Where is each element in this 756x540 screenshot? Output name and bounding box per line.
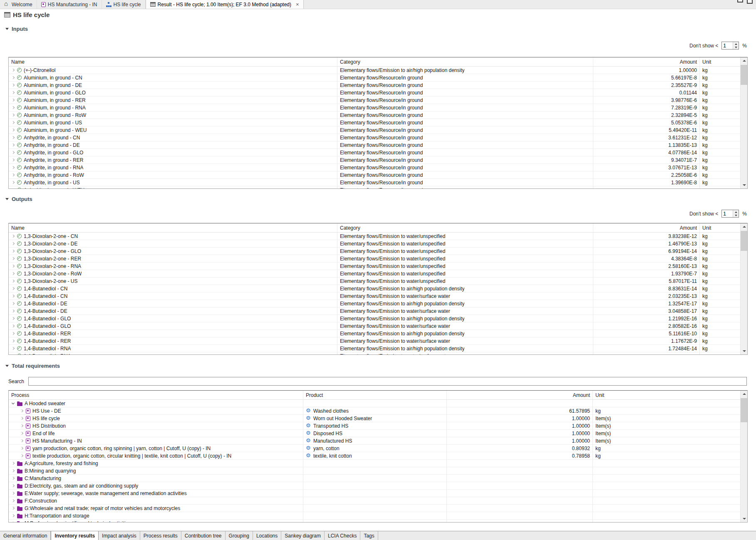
expand-chevron-icon[interactable] — [12, 272, 15, 275]
column-header-name[interactable]: Name — [9, 223, 337, 232]
process-row[interactable]: B:Mining and quarrying — [9, 467, 740, 475]
expand-chevron-icon[interactable] — [12, 166, 15, 169]
inputs-section-header[interactable]: Inputs — [5, 26, 28, 32]
cutoff-input[interactable] — [722, 210, 733, 217]
output-flow-row[interactable]: 1,4-Butanediol - RER Elementary flows/Em… — [9, 337, 740, 345]
expand-chevron-icon[interactable] — [12, 514, 15, 517]
result-page-tab[interactable]: Locations — [253, 531, 281, 540]
scrollbar-thumb[interactable] — [741, 231, 747, 251]
column-header-process[interactable]: Process — [9, 391, 303, 399]
output-flow-row[interactable]: 1,4-Butanediol - GLO Elementary flows/Em… — [9, 315, 740, 322]
scroll-down-icon[interactable] — [741, 347, 747, 354]
close-icon[interactable]: × — [296, 2, 299, 7]
minimize-view-icon[interactable] — [737, 0, 743, 2]
spinner-down-icon[interactable] — [733, 214, 739, 218]
expand-chevron-icon[interactable] — [12, 181, 15, 184]
expand-chevron-icon[interactable] — [12, 129, 15, 131]
output-flow-row[interactable]: 1,3-Dioxolan-2-one - DE Elementary flows… — [9, 240, 740, 248]
process-row[interactable]: HS Use - DE Washed clothes 61.57895 kg — [9, 407, 740, 415]
process-row[interactable]: M:Professional, scientific and technical… — [9, 520, 740, 522]
expand-chevron-icon[interactable] — [12, 159, 15, 161]
output-flow-row[interactable]: 1,3-Dioxolan-2-one - RNA Elementary flow… — [9, 263, 740, 270]
expand-chevron-icon[interactable] — [12, 136, 15, 139]
search-input[interactable] — [28, 377, 747, 386]
process-row[interactable]: F:Construction — [9, 497, 740, 505]
expand-chevron-icon[interactable] — [12, 76, 15, 79]
output-flow-row[interactable]: 1,3-Dioxolan-2-one - RoW Elementary flow… — [9, 270, 740, 277]
expand-chevron-icon[interactable] — [12, 302, 15, 305]
process-row[interactable]: E:Water supply; sewerage, waste manageme… — [9, 490, 740, 497]
scroll-up-icon[interactable] — [741, 223, 747, 230]
expand-chevron-icon[interactable] — [12, 121, 15, 124]
result-page-tab[interactable]: Grouping — [226, 531, 253, 540]
editor-tab[interactable]: HS Manufacturing - IN × — [37, 0, 102, 9]
process-row[interactable]: HS life cycle Worn out Hooded Sweater 1.… — [9, 415, 740, 422]
expand-chevron-icon[interactable] — [12, 347, 15, 350]
expand-chevron-icon[interactable] — [12, 324, 15, 327]
result-page-tab[interactable]: Tags — [360, 531, 378, 540]
expand-chevron-icon[interactable] — [12, 339, 15, 342]
column-header-category[interactable]: Category — [337, 57, 593, 66]
input-flow-row[interactable]: Anhydrite, in ground - US Elementary flo… — [9, 179, 740, 186]
process-row[interactable]: G:Wholesale and retail trade; repair of … — [9, 505, 740, 512]
expand-chevron-icon[interactable] — [12, 522, 15, 522]
editor-tab[interactable]: HS life cycle × — [102, 0, 146, 9]
input-flow-row[interactable]: Anhydrite, in ground - RNA Elementary fl… — [9, 164, 740, 171]
expand-chevron-icon[interactable] — [12, 499, 15, 502]
column-header-amount[interactable]: Amount — [447, 391, 593, 399]
collapse-triangle-icon[interactable] — [5, 28, 9, 30]
output-flow-row[interactable]: 1,4-Butanediol - DE Elementary flows/Emi… — [9, 307, 740, 315]
result-page-tab[interactable]: Process results — [140, 531, 181, 540]
expand-chevron-icon[interactable] — [12, 507, 15, 510]
result-page-tab[interactable]: LCIA Checks — [325, 531, 360, 540]
process-row[interactable]: HS Distribution Transported HS 1.00000 I… — [9, 422, 740, 430]
editor-tab[interactable]: Welcome × — [0, 0, 37, 9]
input-flow-row[interactable]: Aluminium, in ground - RER Elementary fl… — [9, 97, 740, 104]
result-page-tab[interactable]: Impact analysis — [99, 531, 140, 540]
output-flow-row[interactable]: 1,4-Butanediol - CN Elementary flows/Emi… — [9, 285, 740, 292]
input-flow-row[interactable]: Anhydrite, in ground - DE Elementary flo… — [9, 141, 740, 149]
output-flow-row[interactable]: 1,4-Butanediol - DE Elementary flows/Emi… — [9, 300, 740, 307]
expand-chevron-icon[interactable] — [12, 151, 15, 154]
expand-chevron-icon[interactable] — [12, 317, 15, 320]
scroll-up-icon[interactable] — [741, 57, 747, 64]
input-flow-row[interactable]: Aluminium, in ground - GLO Elementary fl… — [9, 89, 740, 97]
expand-chevron-icon[interactable] — [12, 106, 15, 109]
collapse-triangle-icon[interactable] — [5, 198, 9, 200]
expand-chevron-icon[interactable] — [12, 144, 15, 146]
expand-chevron-icon[interactable] — [20, 432, 23, 435]
vertical-scrollbar[interactable] — [740, 391, 747, 522]
result-page-tab[interactable]: Inventory results — [51, 531, 99, 540]
column-header-amount[interactable]: Amount — [593, 223, 700, 232]
result-page-tab[interactable]: Sankey diagram — [281, 531, 325, 540]
scrollbar-thumb[interactable] — [741, 398, 747, 422]
expand-chevron-icon[interactable] — [12, 69, 15, 72]
cutoff-input[interactable] — [722, 42, 733, 49]
vertical-scrollbar[interactable] — [740, 223, 747, 354]
result-page-tab[interactable]: General information — [0, 531, 51, 540]
output-flow-row[interactable]: 1,3-Dioxolan-2-one - GLO Elementary flow… — [9, 248, 740, 255]
expand-chevron-icon[interactable] — [20, 417, 23, 420]
scrollbar-thumb[interactable] — [741, 65, 747, 85]
process-row[interactable]: A:Agriculture, forestry and fishing — [9, 460, 740, 467]
expand-chevron-icon[interactable] — [12, 280, 15, 282]
process-row[interactable]: HS Manufacturing - IN Manufactured HS 1.… — [9, 437, 740, 445]
collapse-triangle-icon[interactable] — [5, 365, 9, 367]
scroll-down-icon[interactable] — [741, 515, 747, 522]
expand-chevron-icon[interactable] — [12, 99, 15, 102]
output-flow-row[interactable]: 1,3-Dioxolan-2-one - RER Elementary flow… — [9, 255, 740, 263]
expand-chevron-icon[interactable] — [12, 257, 15, 260]
expand-chevron-icon[interactable] — [12, 484, 15, 487]
expand-chevron-icon[interactable] — [12, 84, 15, 87]
spinner-up-icon[interactable] — [733, 210, 739, 214]
expand-chevron-icon[interactable] — [20, 454, 23, 457]
column-header-name[interactable]: Name — [9, 57, 337, 66]
expand-chevron-icon[interactable] — [12, 250, 15, 253]
expand-chevron-icon[interactable] — [12, 242, 15, 245]
input-flow-row[interactable]: Anhydrite, in ground - RER Elementary fl… — [9, 156, 740, 164]
expand-chevron-icon[interactable] — [12, 295, 15, 297]
column-header-unit[interactable]: Unit — [593, 391, 747, 399]
expand-chevron-icon[interactable] — [12, 235, 15, 238]
expand-chevron-icon[interactable] — [20, 424, 23, 427]
input-flow-row[interactable]: Aluminium, in ground - DE Elementary flo… — [9, 82, 740, 89]
